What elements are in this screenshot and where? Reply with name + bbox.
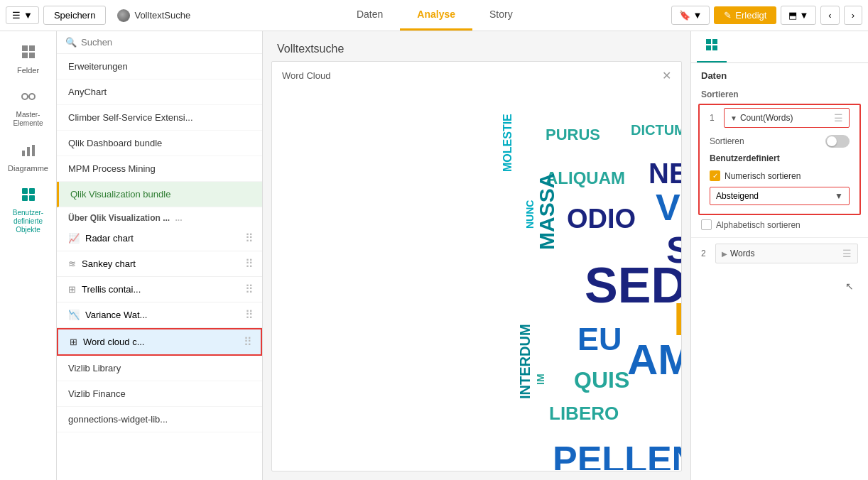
word-cloud-word[interactable]: LIBERO: [549, 403, 619, 425]
panel-item-qlik-dashboard[interactable]: Qlik Dashboard bundle: [57, 131, 262, 156]
panel-sub-item-sankey[interactable]: ≋ Sankey chart ⠿: [57, 251, 262, 277]
trellis-icon: ⊞: [68, 284, 76, 295]
tab-analyse[interactable]: Analyse: [400, 0, 472, 31]
export-button[interactable]: ⬒ ▼: [781, 6, 816, 25]
diagramme-label: Diagramme: [8, 164, 48, 173]
variance-label: Variance Wat...: [85, 310, 147, 320]
sankey-chart-drag[interactable]: ⠿: [245, 257, 254, 271]
erledigt-button[interactable]: ✎ Erledigt: [714, 6, 776, 24]
word-cloud-word[interactable]: NEC: [649, 158, 681, 190]
svg-rect-13: [29, 195, 35, 201]
sort-label-2: Words: [730, 249, 840, 258]
tab-daten[interactable]: Daten: [340, 0, 400, 31]
sort-item-2[interactable]: ▶ Words ☰: [715, 244, 858, 263]
save-button[interactable]: Speichern: [43, 6, 107, 25]
alphabetisch-checkbox[interactable]: [701, 219, 712, 230]
card-title-text: Word Cloud: [282, 70, 330, 81]
word-cloud-word[interactable]: EU: [577, 321, 622, 358]
word-cloud-word[interactable]: ODIO: [567, 204, 636, 234]
sidebar-item-felder[interactable]: Felder: [0, 38, 56, 80]
search-icon: 🔍: [65, 37, 77, 48]
panel-sub-item-trellis[interactable]: ⊞ Trellis contai... ⠿: [57, 277, 262, 302]
wordcloud-label: Word cloud c...: [83, 337, 144, 347]
hamburger-button[interactable]: ☰ ▼: [6, 6, 39, 24]
sort-triangle-2: ▶: [722, 250, 727, 258]
word-cloud-word[interactable]: NUNC: [524, 200, 536, 229]
numerisch-row: ✓ Numerisch sortieren: [700, 168, 859, 184]
svg-rect-8: [27, 147, 30, 156]
absteigend-dropdown[interactable]: Absteigend ▼: [710, 187, 850, 205]
word-cloud-word[interactable]: DICTUM: [631, 122, 681, 138]
trellis-label: Trellis contai...: [82, 284, 141, 295]
panel-item-mpm[interactable]: MPM Process Mining: [57, 156, 262, 182]
panel-item-gonnections[interactable]: gonnections-widget-lib...: [57, 407, 262, 432]
sidebar-item-diagramme[interactable]: Diagramme: [0, 136, 56, 178]
panel-list: Erweiterungen AnyChart Climber Self-Serv…: [57, 54, 262, 480]
svg-rect-17: [712, 45, 717, 50]
right-panel: Daten Sortieren 1 ▼ Count(Words) ☰ Sorti…: [690, 31, 868, 480]
search-input[interactable]: [81, 37, 254, 48]
panel-item-erweiterungen[interactable]: Erweiterungen: [57, 54, 262, 80]
sort-number-2: 2: [701, 249, 711, 258]
svg-rect-9: [32, 145, 35, 156]
right-panel-sort-label: Sortieren: [691, 85, 868, 104]
erledigt-label: Erledigt: [735, 10, 766, 21]
svg-rect-14: [706, 39, 711, 44]
panel-item-anychart[interactable]: AnyChart: [57, 80, 262, 105]
panel-item-qlik-viz[interactable]: Qlik Visualization bundle: [57, 182, 262, 207]
right-panel-tab-layout[interactable]: [697, 31, 727, 62]
panel-item-climber[interactable]: Climber Self-Service Extensi...: [57, 105, 262, 131]
sort-toggle[interactable]: [825, 135, 850, 148]
topbar-left: ☰ ▼ Speichern VolltextSuche: [6, 6, 197, 25]
word-cloud-word[interactable]: MOLESTIE: [501, 114, 514, 172]
word-cloud-word[interactable]: PURUS: [546, 126, 600, 144]
panel-item-vizlib-finance[interactable]: Vizlib Finance: [57, 381, 262, 407]
svg-rect-2: [22, 53, 28, 58]
tab-story[interactable]: Story: [472, 0, 530, 31]
word-cloud-word[interactable]: IM: [535, 373, 546, 385]
word-cloud-word[interactable]: SED: [585, 257, 681, 314]
content-header: Volltextsuche: [263, 31, 690, 61]
word-cloud-word[interactable]: QUIS: [574, 367, 629, 393]
word-cloud-word[interactable]: VEL: [656, 186, 681, 229]
svg-rect-15: [712, 39, 717, 44]
sort-menu-2[interactable]: ☰: [842, 248, 852, 259]
sort-row-1: 1 ▼ Count(Words) ☰: [700, 105, 859, 131]
numerisch-checkbox[interactable]: ✓: [710, 170, 720, 181]
hamburger-icon: ☰: [12, 10, 21, 21]
panel-item-vizlib[interactable]: Vizlib Library: [57, 356, 262, 381]
app-name: VolltextSuche: [110, 6, 197, 25]
bookmark-button[interactable]: 🔖 ▼: [671, 6, 710, 25]
alphabetisch-row: Alphabetisch sortieren: [691, 215, 868, 234]
master-icon: [21, 89, 36, 108]
trellis-drag[interactable]: ⠿: [245, 283, 254, 296]
word-cloud-word[interactable]: INTERDUM: [517, 324, 533, 399]
panel-sub-item-variance[interactable]: 📉 Variance Wat... ⠿: [57, 302, 262, 328]
dropdown-arrow-icon: ▼: [835, 191, 843, 201]
nav-next-button[interactable]: ›: [844, 6, 862, 25]
sort-item-1[interactable]: ▼ Count(Words) ☰: [724, 108, 850, 128]
dropdown-label: Absteigend: [716, 191, 759, 201]
edit-icon: ✎: [724, 10, 732, 21]
panel-sub-item-wordcloud[interactable]: ⊞ Word cloud c... ⠿: [57, 328, 262, 356]
word-cloud-word[interactable]: MASSA: [535, 173, 559, 250]
svg-rect-10: [22, 188, 28, 194]
benutzerdefiniert-label: Benutzerdefiniert: [700, 152, 859, 168]
sankey-chart-label: Sankey chart: [82, 258, 136, 269]
sidebar-item-benutzer[interactable]: Benutzer-definierteObjekte: [0, 181, 56, 240]
nav-prev-button[interactable]: ‹: [820, 6, 839, 25]
variance-icon: 📉: [68, 310, 80, 320]
sort-divider: [691, 237, 868, 238]
svg-rect-12: [22, 195, 28, 201]
sort-menu-1[interactable]: ☰: [834, 112, 843, 124]
word-cloud-word[interactable]: AMET: [627, 335, 681, 384]
hamburger-arrow-icon: ▼: [23, 10, 33, 21]
wordcloud-drag[interactable]: ⠿: [244, 335, 252, 349]
word-cloud-word[interactable]: PELLENTESQUE: [553, 438, 681, 470]
sort-number-1: 1: [710, 113, 720, 123]
panel-sub-item-radar[interactable]: 📈 Radar chart ⠿: [57, 226, 262, 251]
sidebar-item-master[interactable]: Master-Elemente: [0, 83, 56, 133]
close-button[interactable]: ✕: [662, 69, 671, 82]
variance-drag[interactable]: ⠿: [245, 308, 254, 322]
radar-chart-drag[interactable]: ⠿: [245, 231, 254, 245]
